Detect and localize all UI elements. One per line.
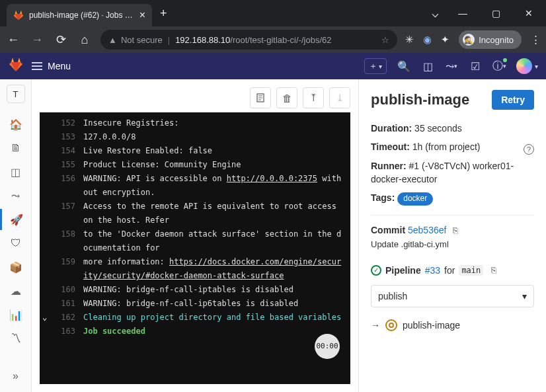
window-minimize[interactable]: — bbox=[448, 3, 477, 23]
copy-ref-icon[interactable]: ⎘ bbox=[491, 265, 496, 275]
not-secure-label: Not secure bbox=[121, 35, 163, 45]
log-scroll-bottom-button[interactable]: ⤓ bbox=[329, 87, 350, 108]
pipeline-for: for bbox=[444, 265, 455, 276]
home-icon[interactable]: ⌂ bbox=[77, 32, 93, 48]
left-rail: T 🏠 🗎 ◫ ⤳ 🚀 🛡 📦 ☁ 📊 〽 » bbox=[0, 79, 32, 392]
stage-selector[interactable]: publish ▾ bbox=[371, 285, 534, 307]
copy-icon[interactable]: ⎘ bbox=[453, 225, 458, 235]
duration-key: Duration: bbox=[371, 123, 412, 134]
plus-icon: ＋ bbox=[369, 60, 377, 72]
commit-sha-link[interactable]: 5eb536ef bbox=[408, 225, 446, 235]
rail-ci-icon[interactable]: 🚀 bbox=[0, 209, 32, 230]
url-host: 192.168.88.10 bbox=[175, 35, 230, 45]
extension-icon-2[interactable]: ◉ bbox=[423, 34, 432, 46]
timeout-value: 1h (from project) bbox=[412, 141, 481, 152]
gitlab-logo[interactable] bbox=[8, 57, 24, 75]
timeout-key: Timeout: bbox=[371, 141, 410, 152]
rail-collapse-icon[interactable]: » bbox=[5, 366, 26, 387]
project-avatar[interactable]: T bbox=[7, 85, 25, 103]
extension-icon-1[interactable]: ✳ bbox=[405, 34, 414, 46]
job-sidebar: publish-image Retry Duration: 35 seconds… bbox=[358, 79, 546, 392]
commit-message: Update .gitlab-ci.yml bbox=[371, 239, 534, 249]
log-line: 155Product License: Community Engine bbox=[40, 158, 350, 172]
browser-toolbar: ← → ⟳ ⌂ ▲Not secure | 192.168.88.10/root… bbox=[0, 26, 546, 53]
gitlab-favicon bbox=[13, 10, 24, 20]
reload-icon[interactable]: ⟳ bbox=[53, 32, 69, 48]
todos-icon[interactable]: ☑ bbox=[469, 59, 482, 73]
title-dropdown-icon[interactable]: ⌵ bbox=[426, 3, 444, 23]
rail-monitor-icon[interactable]: 📊 bbox=[5, 304, 26, 325]
rail-repo-icon[interactable]: 🗎 bbox=[5, 137, 26, 159]
rail-project-icon[interactable]: 🏠 bbox=[5, 114, 26, 135]
window-titlebar: publish-image (#62) · Jobs · Adm × + ⌵ —… bbox=[0, 0, 546, 26]
incognito-label: Incognito bbox=[479, 35, 514, 45]
chevron-down-icon: ▾ bbox=[379, 63, 382, 70]
pipeline-ref: main bbox=[459, 265, 483, 276]
log-line: 158 to the 'Docker daemon attack surface… bbox=[40, 227, 350, 255]
create-dropdown[interactable]: ＋▾ bbox=[364, 58, 387, 74]
log-erase-button[interactable]: 🗑 bbox=[276, 87, 297, 108]
menu-label: Menu bbox=[48, 61, 71, 71]
search-icon[interactable]: 🔍 bbox=[397, 59, 410, 73]
arrow-right-icon: → bbox=[371, 320, 380, 331]
job-item[interactable]: → publish-image bbox=[371, 319, 534, 331]
incognito-icon: 🕵 bbox=[463, 34, 475, 46]
log-line: 152Insecure Registries: bbox=[40, 116, 350, 130]
log-raw-button[interactable] bbox=[250, 87, 271, 108]
extensions-icon[interactable]: ✦ bbox=[441, 34, 449, 46]
tag-docker: docker bbox=[397, 192, 433, 205]
gitlab-header: Menu ＋▾ 🔍 ◫ ⤳ ▾ ☑ ⓘ ▾ ▾ bbox=[0, 53, 546, 79]
duration-value: 35 seconds bbox=[414, 123, 462, 134]
browser-menu-icon[interactable]: ⋮ bbox=[531, 34, 541, 46]
url-path: /root/test-gitlab-ci/-/jobs/62 bbox=[230, 35, 331, 45]
window-close[interactable]: ✕ bbox=[514, 3, 543, 23]
log-line: 163Job succeeded bbox=[40, 325, 350, 338]
log-line: 160WARNING: bridge-nf-call-iptables is d… bbox=[40, 283, 350, 297]
rail-security-icon[interactable]: 🛡 bbox=[5, 233, 26, 254]
stage-value: publish bbox=[378, 291, 407, 301]
help-icon[interactable]: ? bbox=[524, 144, 534, 155]
nav-back-icon[interactable]: ← bbox=[5, 32, 21, 48]
job-title: publish-image bbox=[371, 91, 469, 108]
hamburger-icon bbox=[32, 62, 42, 70]
log-line: 161WARNING: bridge-nf-call-ip6tables is … bbox=[40, 297, 350, 311]
pipeline-status-icon: ✓ bbox=[371, 265, 381, 276]
incognito-badge[interactable]: 🕵 Incognito bbox=[459, 30, 522, 49]
new-tab-button[interactable]: + bbox=[160, 7, 167, 20]
user-menu[interactable]: ▾ bbox=[516, 58, 538, 74]
warning-icon: ▲ bbox=[108, 35, 117, 45]
rail-analytics-icon[interactable]: 〽 bbox=[5, 328, 26, 349]
issues-icon[interactable]: ◫ bbox=[421, 59, 434, 73]
tab-close-icon[interactable]: × bbox=[139, 10, 145, 20]
pipeline-link[interactable]: #33 bbox=[425, 265, 440, 276]
avatar bbox=[516, 58, 532, 74]
tags-key: Tags: bbox=[371, 192, 395, 203]
log-scroll-top-button[interactable]: ⤒ bbox=[303, 87, 324, 108]
log-line: 159 more information: https://docs.docke… bbox=[40, 255, 350, 283]
menu-button[interactable]: Menu bbox=[32, 61, 71, 71]
tab-title: publish-image (#62) · Jobs · Adm bbox=[29, 11, 134, 20]
log-line: ⌄162Cleaning up project directory and fi… bbox=[40, 311, 350, 325]
browser-tab[interactable]: publish-image (#62) · Jobs · Adm × bbox=[7, 4, 152, 26]
rail-deploy-icon[interactable]: 📦 bbox=[5, 256, 26, 278]
merge-requests-icon[interactable]: ⤳ ▾ bbox=[445, 59, 458, 73]
log-line: 157 Access to the remote API is equivale… bbox=[40, 200, 350, 227]
commit-key: Commit bbox=[371, 225, 405, 235]
star-icon[interactable]: ☆ bbox=[381, 35, 389, 45]
pipeline-key: Pipeline bbox=[385, 265, 421, 276]
log-line: 154Live Restore Enabled: false bbox=[40, 144, 350, 158]
content: T 🏠 🗎 ◫ ⤳ 🚀 🛡 📦 ☁ 📊 〽 » 🗑 ⤒ ⤓ 152Insecur… bbox=[0, 79, 546, 392]
rail-infra-icon[interactable]: ☁ bbox=[5, 280, 26, 301]
help-icon[interactable]: ⓘ ▾ bbox=[492, 59, 506, 73]
job-log-panel: 🗑 ⤒ ⤓ 152Insecure Registries:153 127.0.0… bbox=[32, 79, 358, 392]
log-output[interactable]: 152Insecure Registries:153 127.0.0.0/815… bbox=[40, 112, 350, 384]
nav-forward-icon: → bbox=[29, 32, 45, 48]
rail-issues-icon[interactable]: ◫ bbox=[5, 161, 26, 182]
address-bar[interactable]: ▲Not secure | 192.168.88.10/root/test-gi… bbox=[100, 30, 397, 50]
log-line: 156WARNING: API is accessible on http://… bbox=[40, 172, 350, 200]
job-item-name: publish-image bbox=[403, 320, 460, 331]
retry-button[interactable]: Retry bbox=[492, 90, 534, 110]
rail-mr-icon[interactable]: ⤳ bbox=[5, 185, 26, 206]
window-maximize[interactable]: ▢ bbox=[481, 3, 510, 23]
job-status-icon bbox=[385, 319, 397, 331]
